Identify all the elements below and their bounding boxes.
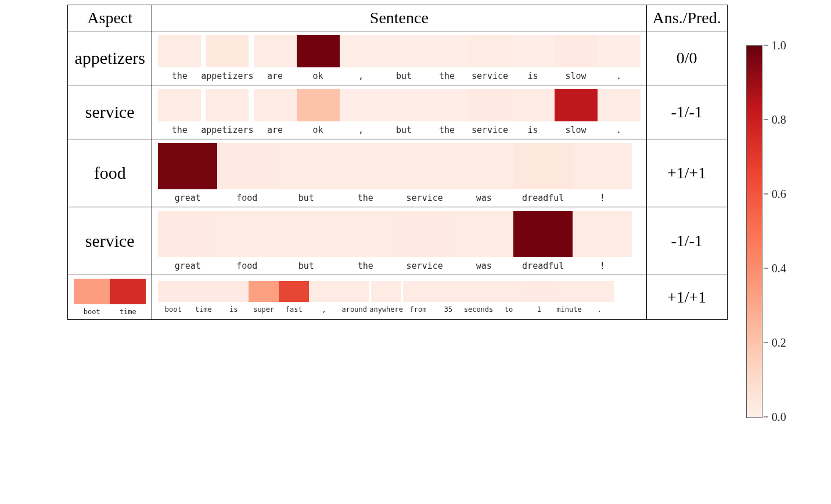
attention-cell [217, 211, 276, 257]
token-label: boot [165, 305, 182, 314]
token-label: the [439, 71, 455, 81]
token-label: food [236, 261, 257, 271]
token-label: is [528, 125, 538, 135]
attention-cell [395, 143, 454, 189]
token-cell: ! [573, 143, 632, 203]
token-label: anywhere [369, 305, 403, 314]
token-cell: seconds [463, 281, 494, 314]
token-label: . [616, 71, 621, 81]
token-cell: dreadful [513, 211, 573, 271]
attention-cell [188, 281, 218, 302]
token-label: . [597, 305, 601, 314]
attention-cell [554, 281, 584, 302]
token-label: ! [600, 261, 605, 271]
prediction-label: -1/-1 [671, 232, 702, 250]
colorbar-tick: 0.0 [764, 411, 786, 423]
token-cell: , [340, 35, 383, 81]
token-cell: service [469, 35, 512, 81]
attention-cell [74, 279, 110, 304]
token-label: fast [286, 305, 303, 314]
aspect-label: appetizers [74, 48, 145, 67]
table-row: servicetheappetizersareok,buttheservicei… [68, 85, 728, 139]
token-label: the [172, 125, 188, 135]
token-label: but [396, 71, 412, 81]
token-label: , [322, 305, 326, 314]
attention-cell [336, 211, 395, 257]
aspect-label: food [94, 163, 126, 182]
tick-label: 0.0 [772, 411, 786, 423]
token-label: dreadful [522, 193, 564, 203]
attention-cell [339, 281, 369, 302]
token-cell: food [217, 211, 276, 271]
prediction-cell: -1/-1 [646, 207, 727, 275]
token-cell: the [426, 35, 469, 81]
token-label: , [358, 125, 364, 135]
token-cell: service [469, 89, 512, 135]
attention-cell [276, 143, 336, 189]
attention-cell [206, 89, 249, 121]
attention-cell [524, 281, 554, 302]
token-label: slow [565, 125, 586, 135]
attention-cell [383, 89, 426, 121]
header-pred: Ans./Pred. [646, 5, 727, 31]
tick-line [764, 416, 768, 417]
token-cell: the [426, 89, 469, 135]
attention-cell [158, 211, 217, 257]
token-cell: the [336, 143, 395, 203]
prediction-cell: -1/-1 [646, 85, 727, 139]
attention-cell [454, 211, 513, 257]
token-cell: was [454, 211, 513, 271]
tick-line [764, 268, 768, 269]
token-label: the [439, 125, 455, 135]
token-cell: super [249, 281, 279, 314]
tick-label: 0.2 [772, 336, 786, 350]
token-label: to [505, 305, 513, 314]
token-label: service [472, 125, 508, 135]
colorbar-tick: 1.0 [764, 39, 786, 52]
attention-cell [463, 281, 494, 302]
table-row: foodgreatfoodbuttheservicewasdreadful!+1… [68, 139, 728, 207]
token-label: ! [600, 193, 605, 203]
attention-cell [297, 35, 340, 67]
sentence-cell: greatfoodbuttheservicewasdreadful! [152, 207, 646, 275]
attention-cell [584, 281, 614, 302]
attention-cell [158, 281, 188, 302]
sentence-cell: greatfoodbuttheservicewasdreadful! [152, 139, 646, 207]
token-label: around [342, 305, 367, 314]
attention-cell [336, 143, 395, 189]
token-label: the [358, 193, 373, 203]
token-label: ok [313, 125, 323, 135]
token-cell: dreadful [513, 143, 573, 203]
token-label: appetizers [201, 71, 253, 81]
token-cell: service [395, 143, 454, 203]
token-cell: fast [279, 281, 309, 314]
token-label: seconds [464, 305, 494, 314]
attention-cell [403, 281, 433, 302]
aspect-label: service [85, 231, 135, 250]
attention-cell [426, 89, 469, 121]
attention-cell [383, 35, 426, 67]
table-row: appetizerstheappetizersareok,buttheservi… [68, 31, 728, 85]
colorbar-gradient [746, 45, 762, 418]
token-label: service [472, 71, 508, 81]
token-cell: minute [554, 281, 584, 314]
token-cell: 35 [433, 281, 463, 314]
prediction-cell: 0/0 [646, 31, 727, 85]
token-cell: . [584, 281, 614, 314]
token-label: service [406, 261, 443, 271]
token-label: the [172, 71, 188, 81]
attention-cell [512, 35, 555, 67]
aspect-cell: service [68, 85, 152, 139]
token-label: was [476, 261, 492, 271]
token-cell: appetizers [201, 89, 253, 135]
colorbar-tick: 0.6 [764, 188, 786, 201]
token-cell: but [383, 89, 426, 135]
tick-label: 0.4 [772, 262, 786, 275]
token-label: from [410, 305, 427, 314]
token-cell: , [340, 89, 383, 135]
attention-cell [555, 89, 598, 121]
token-cell: slow [555, 89, 598, 135]
token-cell: is [512, 35, 555, 81]
attention-cell [279, 281, 309, 302]
attention-cell [494, 281, 524, 302]
